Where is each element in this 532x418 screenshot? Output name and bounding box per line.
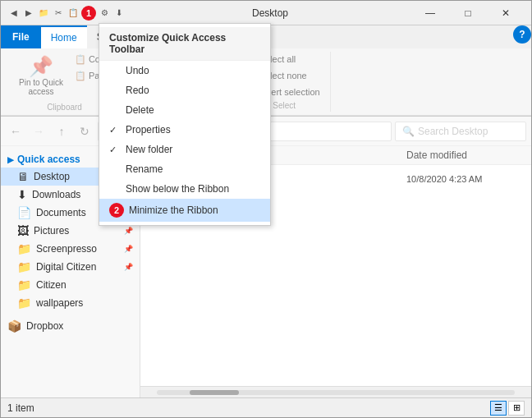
menu-item-minimize-ribbon[interactable]: 2 Minimize the Ribbon bbox=[99, 199, 270, 222]
tb-folder-icon: 📁 bbox=[37, 7, 50, 20]
downloads-label: Downloads bbox=[32, 189, 80, 200]
menu-item-undo[interactable]: Undo bbox=[99, 61, 270, 80]
list-view-button[interactable]: ☰ bbox=[490, 401, 507, 416]
digital-citizen-icon: 📁 bbox=[17, 260, 31, 273]
view-buttons: ☰ ⊞ bbox=[490, 401, 525, 416]
check-properties: ✓ bbox=[109, 125, 122, 136]
digital-citizen-label: Digital Citizen bbox=[36, 261, 96, 273]
downloads-icon: ⬇ bbox=[17, 188, 27, 201]
back-nav-button[interactable]: ← bbox=[6, 122, 25, 141]
menu-item-rename[interactable]: Rename bbox=[99, 159, 270, 179]
sidebar-item-dropbox[interactable]: 📦 Dropbox bbox=[1, 317, 140, 335]
search-bar[interactable]: 🔍 Search Desktop bbox=[395, 122, 526, 141]
paste-icon: 📋 bbox=[75, 71, 86, 81]
screenpresso-icon: 📁 bbox=[17, 242, 31, 255]
menu-item-properties[interactable]: ✓Properties bbox=[99, 120, 270, 140]
dropbox-icon: 📦 bbox=[7, 319, 21, 333]
menu-item-show-below[interactable]: Show below the Ribbon bbox=[99, 179, 270, 199]
badge-1[interactable]: 1 bbox=[81, 6, 96, 21]
pin-screenpresso-icon: 📌 bbox=[124, 245, 133, 253]
check-new-folder: ✓ bbox=[109, 145, 122, 155]
pin-digital-citizen-icon: 📌 bbox=[124, 263, 133, 271]
arrow-icon: ▶ bbox=[7, 155, 14, 164]
window-controls: — □ ✕ bbox=[411, 1, 525, 25]
quick-access-label: Quick access bbox=[17, 154, 80, 165]
dropbox-label: Dropbox bbox=[26, 320, 63, 332]
refresh-button[interactable]: ↻ bbox=[75, 122, 94, 141]
sidebar-item-citizen[interactable]: 📁 Citizen bbox=[1, 276, 140, 294]
citizen-icon: 📁 bbox=[17, 278, 31, 292]
search-placeholder: Search Desktop bbox=[418, 126, 488, 137]
documents-label: Documents bbox=[36, 207, 86, 218]
pin-quick-access-button[interactable]: 📌 Pin to Quickaccess bbox=[14, 52, 68, 99]
help-button[interactable]: ? bbox=[513, 25, 531, 44]
horizontal-scrollbar[interactable] bbox=[140, 386, 531, 397]
up-nav-button[interactable]: ↑ bbox=[52, 122, 71, 141]
back-icon[interactable]: ◀ bbox=[7, 7, 21, 20]
copy-icon: 📋 bbox=[75, 54, 86, 65]
sidebar-item-digital-citizen[interactable]: 📁 Digital Citizen 📌 bbox=[1, 258, 140, 276]
maximize-button[interactable]: □ bbox=[449, 1, 487, 25]
search-icon: 🔍 bbox=[402, 126, 415, 137]
col-date-header: Date modified bbox=[406, 149, 521, 161]
menu-item-new-folder[interactable]: ✓New folder bbox=[99, 140, 270, 159]
scrollbar-track bbox=[157, 390, 515, 395]
item-date: 10/8/2020 4:23 AM bbox=[406, 174, 521, 184]
menu-item-redo[interactable]: Redo bbox=[99, 80, 270, 100]
tb-down-icon[interactable]: ⬇ bbox=[112, 7, 126, 20]
item-count: 1 item bbox=[7, 402, 34, 414]
tab-file[interactable]: File bbox=[1, 25, 41, 48]
select-label: Select bbox=[273, 101, 296, 110]
pin-icon: 📌 bbox=[29, 55, 53, 78]
titlebar-icons: ◀ ▶ 📁 ✂ 📋 1 ⚙ ⬇ bbox=[7, 6, 126, 21]
scrollbar-thumb[interactable] bbox=[190, 390, 239, 395]
sidebar-item-wallpapers[interactable]: 📁 wallpapers bbox=[1, 294, 140, 312]
pin-pictures-icon: 📌 bbox=[124, 227, 133, 235]
tb-scissors-icon: ✂ bbox=[52, 7, 65, 20]
pin-label: Pin to Quickaccess bbox=[19, 78, 63, 96]
screenpresso-label: Screenpresso bbox=[36, 243, 97, 255]
sidebar-item-screenpresso[interactable]: 📁 Screenpresso 📌 bbox=[1, 240, 140, 258]
status-bar: 1 item ☰ ⊞ bbox=[1, 397, 531, 417]
clipboard-label: Clipboard bbox=[47, 103, 82, 112]
citizen-label: Citizen bbox=[36, 279, 66, 291]
pictures-label: Pictures bbox=[34, 225, 69, 237]
window-title: Desktop bbox=[129, 7, 411, 19]
desktop-label: Desktop bbox=[34, 171, 70, 182]
title-bar: ◀ ▶ 📁 ✂ 📋 1 ⚙ ⬇ Desktop — □ ✕ bbox=[1, 1, 531, 25]
menu-title: Customize Quick Access Toolbar bbox=[99, 27, 270, 61]
badge-2: 2 bbox=[109, 203, 124, 218]
minimize-button[interactable]: — bbox=[411, 1, 449, 25]
desktop-icon: 🖥 bbox=[17, 170, 29, 183]
tab-home[interactable]: Home bbox=[41, 25, 87, 48]
tb-settings-icon[interactable]: ⚙ bbox=[98, 7, 111, 20]
menu-item-delete[interactable]: Delete bbox=[99, 100, 270, 120]
qa-toolbar-context-menu: Customize Quick Access Toolbar Undo Redo… bbox=[99, 23, 271, 226]
tb-copy-icon: 📋 bbox=[66, 7, 80, 20]
forward-nav-button[interactable]: → bbox=[29, 122, 48, 141]
forward-icon[interactable]: ▶ bbox=[22, 7, 35, 20]
wallpapers-icon: 📁 bbox=[17, 296, 31, 310]
documents-icon: 📄 bbox=[17, 206, 31, 219]
close-button[interactable]: ✕ bbox=[487, 1, 525, 25]
wallpapers-label: wallpapers bbox=[36, 297, 83, 309]
pictures-icon: 🖼 bbox=[17, 224, 29, 237]
grid-view-button[interactable]: ⊞ bbox=[508, 401, 525, 416]
window: ◀ ▶ 📁 ✂ 📋 1 ⚙ ⬇ Desktop — □ ✕ Customize … bbox=[0, 0, 532, 418]
